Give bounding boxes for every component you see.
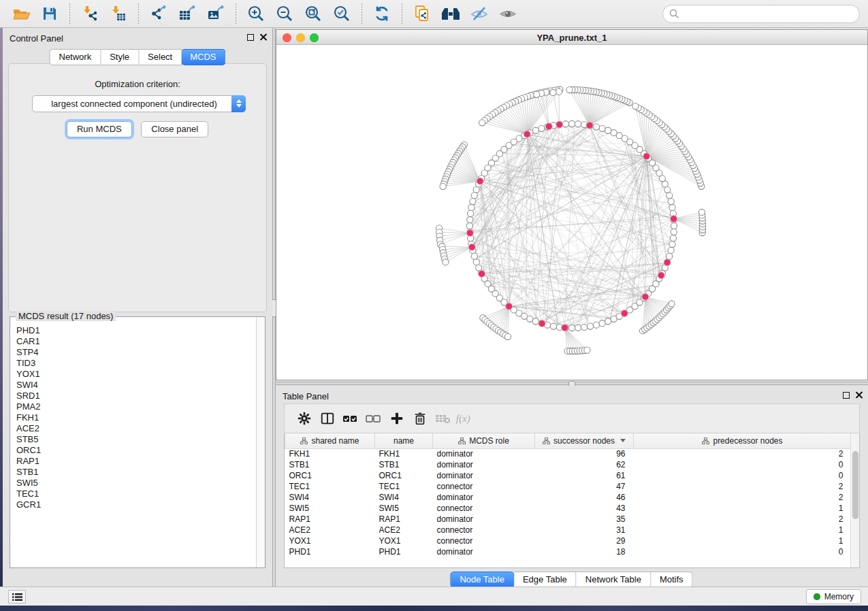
- table-options-icon[interactable]: [293, 408, 316, 429]
- network-titlebar[interactable]: YPA_prune.txt_1: [276, 30, 867, 45]
- network-node[interactable]: [473, 186, 479, 193]
- apply-layout-icon[interactable]: [372, 3, 392, 24]
- save-session-icon[interactable]: [39, 3, 60, 24]
- network-node[interactable]: [611, 130, 617, 136]
- network-graph[interactable]: [276, 46, 867, 380]
- network-node[interactable]: [556, 88, 562, 95]
- column-header-shared-name[interactable]: shared name: [285, 433, 375, 448]
- mcds-result-item[interactable]: PHD1: [16, 325, 256, 336]
- network-node[interactable]: [534, 91, 540, 97]
- table-row[interactable]: FKH1FKH1dominator962: [285, 448, 852, 459]
- network-node[interactable]: [440, 184, 446, 190]
- network-node[interactable]: [605, 318, 611, 325]
- table-row[interactable]: SWI4SWI4dominator462: [285, 492, 852, 503]
- table-row[interactable]: PHD1PHD1dominator180: [285, 546, 852, 557]
- mcds-hub-node[interactable]: [621, 310, 628, 317]
- network-node[interactable]: [539, 125, 545, 131]
- network-node[interactable]: [632, 103, 639, 110]
- export-network-icon[interactable]: [148, 3, 169, 24]
- tab-style[interactable]: Style: [101, 49, 139, 65]
- network-node[interactable]: [666, 193, 673, 199]
- zoom-out-icon[interactable]: [274, 3, 295, 24]
- memory-button[interactable]: Memory: [806, 589, 861, 604]
- mcds-hub-node[interactable]: [556, 121, 563, 128]
- network-node[interactable]: [669, 204, 675, 210]
- mcds-hub-node[interactable]: [477, 178, 483, 184]
- network-node[interactable]: [532, 318, 539, 325]
- mcds-result-item[interactable]: SWI5: [16, 478, 256, 489]
- network-node[interactable]: [467, 216, 473, 222]
- network-node[interactable]: [593, 322, 599, 328]
- network-node[interactable]: [593, 124, 599, 130]
- mcds-hub-node[interactable]: [586, 122, 593, 129]
- column-header-successor-nodes[interactable]: successor nodes: [535, 433, 634, 448]
- mcds-hub-node[interactable]: [658, 272, 664, 279]
- mcds-result-item[interactable]: TID3: [16, 358, 256, 369]
- hide-selected-icon[interactable]: [469, 3, 489, 24]
- mcds-result-scrollbar[interactable]: [256, 317, 265, 567]
- network-node[interactable]: [532, 127, 539, 133]
- network-node[interactable]: [562, 121, 568, 127]
- add-row-icon[interactable]: [385, 408, 408, 429]
- network-node[interactable]: [479, 120, 485, 126]
- import-table-icon[interactable]: [108, 3, 129, 24]
- first-neighbors-icon[interactable]: [440, 3, 461, 24]
- mcds-result-item[interactable]: FKH1: [16, 412, 256, 423]
- search-input[interactable]: [679, 9, 859, 19]
- mcds-hub-node[interactable]: [468, 244, 475, 250]
- mcds-result-item[interactable]: ACE2: [16, 423, 256, 434]
- open-file-icon[interactable]: [11, 3, 31, 24]
- network-node[interactable]: [504, 333, 511, 340]
- select-all-icon[interactable]: [339, 408, 362, 429]
- network-from-selection-icon[interactable]: [412, 3, 432, 24]
- network-node[interactable]: [669, 241, 675, 247]
- table-row[interactable]: ACE2ACE2connector311: [285, 525, 852, 535]
- network-node[interactable]: [566, 86, 573, 93]
- column-header-predecessor-nodes[interactable]: predecessor nodes: [634, 433, 852, 448]
- network-node[interactable]: [568, 120, 575, 127]
- table-scrollbar[interactable]: [850, 433, 859, 567]
- mcds-result-item[interactable]: STB5: [16, 434, 256, 445]
- tab-node-table[interactable]: Node Table: [450, 572, 514, 588]
- mcds-hub-node[interactable]: [479, 270, 485, 277]
- network-node[interactable]: [575, 325, 581, 331]
- table-header-row[interactable]: shared namenameMCDS rolesuccessor nodesp…: [285, 433, 852, 448]
- tab-motifs[interactable]: Motifs: [651, 572, 693, 588]
- tab-network-table[interactable]: Network Table: [577, 572, 651, 588]
- export-image-icon[interactable]: [206, 3, 226, 24]
- mcds-hub-node[interactable]: [506, 303, 513, 310]
- network-node[interactable]: [599, 125, 605, 131]
- deselect-all-icon[interactable]: [362, 408, 385, 429]
- mcds-hub-node[interactable]: [643, 153, 650, 160]
- mcds-hub-node[interactable]: [562, 325, 568, 331]
- network-node[interactable]: [471, 193, 477, 199]
- mcds-result-item[interactable]: YOX1: [16, 369, 256, 380]
- close-panel-icon[interactable]: [855, 391, 863, 399]
- table-row[interactable]: ORC1ORC1dominator610: [285, 470, 852, 481]
- export-table-icon[interactable]: [177, 3, 197, 24]
- float-panel-icon[interactable]: [247, 34, 254, 41]
- network-node[interactable]: [468, 204, 475, 210]
- mcds-result-item[interactable]: ORC1: [16, 445, 256, 456]
- network-node[interactable]: [664, 186, 671, 193]
- table-row[interactable]: TEC1TEC1connector472: [285, 481, 852, 492]
- zoom-in-icon[interactable]: [246, 3, 266, 24]
- network-node[interactable]: [467, 210, 473, 216]
- network-node[interactable]: [470, 199, 476, 205]
- mcds-hub-node[interactable]: [545, 123, 552, 130]
- network-node[interactable]: [473, 259, 479, 265]
- mcds-hub-node[interactable]: [524, 131, 530, 137]
- network-node[interactable]: [670, 235, 676, 241]
- network-node[interactable]: [584, 347, 590, 353]
- function-builder-icon[interactable]: f(x): [455, 408, 478, 429]
- mcds-result-item[interactable]: STP4: [16, 347, 256, 358]
- mcds-result-item[interactable]: TEC1: [16, 489, 256, 499]
- zoom-selected-icon[interactable]: [332, 3, 352, 24]
- network-node[interactable]: [575, 121, 581, 127]
- network-node[interactable]: [527, 316, 533, 322]
- mcds-hub-node[interactable]: [466, 229, 473, 236]
- import-network-icon[interactable]: [80, 3, 100, 24]
- network-node[interactable]: [599, 320, 605, 327]
- table-row[interactable]: STB1STB1dominator620: [285, 459, 852, 470]
- mcds-result-item[interactable]: RAP1: [16, 456, 256, 467]
